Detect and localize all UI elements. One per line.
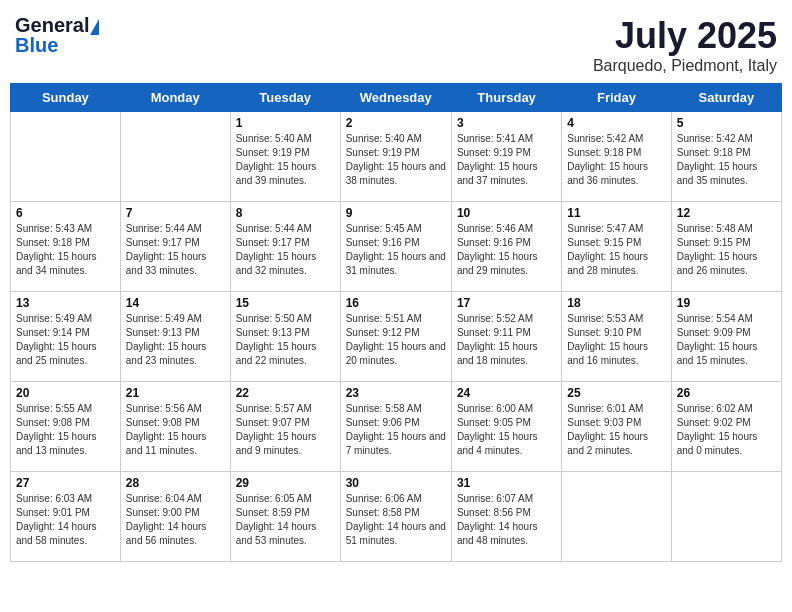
day-detail: Sunrise: 5:55 AM Sunset: 9:08 PM Dayligh…: [16, 402, 115, 458]
day-detail: Sunrise: 5:41 AM Sunset: 9:19 PM Dayligh…: [457, 132, 556, 188]
day-detail: Sunrise: 5:43 AM Sunset: 9:18 PM Dayligh…: [16, 222, 115, 278]
day-detail: Sunrise: 5:51 AM Sunset: 9:12 PM Dayligh…: [346, 312, 446, 368]
calendar-week-row: 13Sunrise: 5:49 AM Sunset: 9:14 PM Dayli…: [11, 292, 782, 382]
page-header: General Blue July 2025 Barquedo, Piedmon…: [10, 10, 782, 75]
calendar-table: SundayMondayTuesdayWednesdayThursdayFrid…: [10, 83, 782, 562]
calendar-cell: 25Sunrise: 6:01 AM Sunset: 9:03 PM Dayli…: [562, 382, 671, 472]
day-detail: Sunrise: 5:44 AM Sunset: 9:17 PM Dayligh…: [126, 222, 225, 278]
calendar-cell: 14Sunrise: 5:49 AM Sunset: 9:13 PM Dayli…: [120, 292, 230, 382]
logo-general-text: General: [15, 15, 89, 35]
day-detail: Sunrise: 6:04 AM Sunset: 9:00 PM Dayligh…: [126, 492, 225, 548]
day-detail: Sunrise: 5:47 AM Sunset: 9:15 PM Dayligh…: [567, 222, 665, 278]
day-detail: Sunrise: 6:02 AM Sunset: 9:02 PM Dayligh…: [677, 402, 776, 458]
day-detail: Sunrise: 5:46 AM Sunset: 9:16 PM Dayligh…: [457, 222, 556, 278]
day-detail: Sunrise: 5:58 AM Sunset: 9:06 PM Dayligh…: [346, 402, 446, 458]
month-title: July 2025: [593, 15, 777, 57]
calendar-cell: 31Sunrise: 6:07 AM Sunset: 8:56 PM Dayli…: [451, 472, 561, 562]
day-number: 3: [457, 116, 556, 130]
calendar-cell: 21Sunrise: 5:56 AM Sunset: 9:08 PM Dayli…: [120, 382, 230, 472]
location: Barquedo, Piedmont, Italy: [593, 57, 777, 75]
calendar-week-row: 20Sunrise: 5:55 AM Sunset: 9:08 PM Dayli…: [11, 382, 782, 472]
calendar-cell: 9Sunrise: 5:45 AM Sunset: 9:16 PM Daylig…: [340, 202, 451, 292]
day-number: 28: [126, 476, 225, 490]
day-number: 12: [677, 206, 776, 220]
day-detail: Sunrise: 6:01 AM Sunset: 9:03 PM Dayligh…: [567, 402, 665, 458]
calendar-cell: 22Sunrise: 5:57 AM Sunset: 9:07 PM Dayli…: [230, 382, 340, 472]
day-number: 24: [457, 386, 556, 400]
day-number: 31: [457, 476, 556, 490]
logo-blue-text: Blue: [15, 35, 58, 55]
day-number: 13: [16, 296, 115, 310]
logo-triangle-icon: [90, 19, 99, 35]
day-number: 15: [236, 296, 335, 310]
day-number: 22: [236, 386, 335, 400]
day-detail: Sunrise: 5:40 AM Sunset: 9:19 PM Dayligh…: [236, 132, 335, 188]
day-number: 17: [457, 296, 556, 310]
calendar-cell: [120, 112, 230, 202]
calendar-cell: 15Sunrise: 5:50 AM Sunset: 9:13 PM Dayli…: [230, 292, 340, 382]
day-detail: Sunrise: 5:40 AM Sunset: 9:19 PM Dayligh…: [346, 132, 446, 188]
weekday-header-saturday: Saturday: [671, 84, 781, 112]
day-detail: Sunrise: 6:05 AM Sunset: 8:59 PM Dayligh…: [236, 492, 335, 548]
weekday-header-tuesday: Tuesday: [230, 84, 340, 112]
day-number: 6: [16, 206, 115, 220]
day-number: 10: [457, 206, 556, 220]
weekday-header-monday: Monday: [120, 84, 230, 112]
day-detail: Sunrise: 5:48 AM Sunset: 9:15 PM Dayligh…: [677, 222, 776, 278]
day-detail: Sunrise: 6:00 AM Sunset: 9:05 PM Dayligh…: [457, 402, 556, 458]
calendar-cell: [671, 472, 781, 562]
calendar-cell: 8Sunrise: 5:44 AM Sunset: 9:17 PM Daylig…: [230, 202, 340, 292]
day-number: 27: [16, 476, 115, 490]
day-number: 11: [567, 206, 665, 220]
day-number: 1: [236, 116, 335, 130]
calendar-cell: 11Sunrise: 5:47 AM Sunset: 9:15 PM Dayli…: [562, 202, 671, 292]
day-number: 14: [126, 296, 225, 310]
calendar-cell: 10Sunrise: 5:46 AM Sunset: 9:16 PM Dayli…: [451, 202, 561, 292]
logo: General Blue: [15, 15, 99, 55]
day-detail: Sunrise: 5:45 AM Sunset: 9:16 PM Dayligh…: [346, 222, 446, 278]
calendar-cell: 23Sunrise: 5:58 AM Sunset: 9:06 PM Dayli…: [340, 382, 451, 472]
day-number: 5: [677, 116, 776, 130]
weekday-header-thursday: Thursday: [451, 84, 561, 112]
calendar-cell: [562, 472, 671, 562]
day-detail: Sunrise: 5:50 AM Sunset: 9:13 PM Dayligh…: [236, 312, 335, 368]
calendar-week-row: 6Sunrise: 5:43 AM Sunset: 9:18 PM Daylig…: [11, 202, 782, 292]
calendar-cell: [11, 112, 121, 202]
day-detail: Sunrise: 5:53 AM Sunset: 9:10 PM Dayligh…: [567, 312, 665, 368]
calendar-cell: 2Sunrise: 5:40 AM Sunset: 9:19 PM Daylig…: [340, 112, 451, 202]
day-number: 20: [16, 386, 115, 400]
day-detail: Sunrise: 6:06 AM Sunset: 8:58 PM Dayligh…: [346, 492, 446, 548]
calendar-cell: 28Sunrise: 6:04 AM Sunset: 9:00 PM Dayli…: [120, 472, 230, 562]
day-number: 30: [346, 476, 446, 490]
day-detail: Sunrise: 5:42 AM Sunset: 9:18 PM Dayligh…: [677, 132, 776, 188]
weekday-header-wednesday: Wednesday: [340, 84, 451, 112]
day-detail: Sunrise: 5:56 AM Sunset: 9:08 PM Dayligh…: [126, 402, 225, 458]
day-number: 21: [126, 386, 225, 400]
day-number: 4: [567, 116, 665, 130]
calendar-cell: 4Sunrise: 5:42 AM Sunset: 9:18 PM Daylig…: [562, 112, 671, 202]
calendar-cell: 26Sunrise: 6:02 AM Sunset: 9:02 PM Dayli…: [671, 382, 781, 472]
calendar-week-row: 27Sunrise: 6:03 AM Sunset: 9:01 PM Dayli…: [11, 472, 782, 562]
day-number: 9: [346, 206, 446, 220]
calendar-cell: 3Sunrise: 5:41 AM Sunset: 9:19 PM Daylig…: [451, 112, 561, 202]
day-detail: Sunrise: 5:42 AM Sunset: 9:18 PM Dayligh…: [567, 132, 665, 188]
day-detail: Sunrise: 5:49 AM Sunset: 9:14 PM Dayligh…: [16, 312, 115, 368]
day-number: 23: [346, 386, 446, 400]
day-detail: Sunrise: 5:57 AM Sunset: 9:07 PM Dayligh…: [236, 402, 335, 458]
calendar-cell: 7Sunrise: 5:44 AM Sunset: 9:17 PM Daylig…: [120, 202, 230, 292]
day-number: 2: [346, 116, 446, 130]
day-detail: Sunrise: 5:54 AM Sunset: 9:09 PM Dayligh…: [677, 312, 776, 368]
day-number: 25: [567, 386, 665, 400]
day-detail: Sunrise: 5:52 AM Sunset: 9:11 PM Dayligh…: [457, 312, 556, 368]
day-number: 26: [677, 386, 776, 400]
day-detail: Sunrise: 6:07 AM Sunset: 8:56 PM Dayligh…: [457, 492, 556, 548]
calendar-cell: 24Sunrise: 6:00 AM Sunset: 9:05 PM Dayli…: [451, 382, 561, 472]
day-detail: Sunrise: 6:03 AM Sunset: 9:01 PM Dayligh…: [16, 492, 115, 548]
day-number: 29: [236, 476, 335, 490]
day-number: 8: [236, 206, 335, 220]
day-detail: Sunrise: 5:44 AM Sunset: 9:17 PM Dayligh…: [236, 222, 335, 278]
calendar-cell: 12Sunrise: 5:48 AM Sunset: 9:15 PM Dayli…: [671, 202, 781, 292]
weekday-header-sunday: Sunday: [11, 84, 121, 112]
calendar-cell: 5Sunrise: 5:42 AM Sunset: 9:18 PM Daylig…: [671, 112, 781, 202]
calendar-cell: 6Sunrise: 5:43 AM Sunset: 9:18 PM Daylig…: [11, 202, 121, 292]
